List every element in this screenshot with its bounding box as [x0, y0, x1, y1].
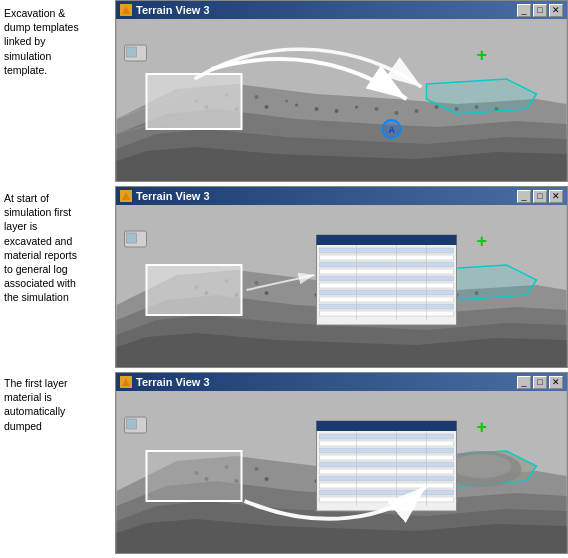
- svg-text:+: +: [477, 231, 488, 251]
- svg-point-88: [265, 477, 269, 481]
- svg-rect-62: [317, 235, 457, 245]
- titlebar-buttons-1: _ □ ✕: [517, 4, 563, 17]
- close-btn-1[interactable]: ✕: [549, 4, 563, 17]
- svg-rect-63: [320, 248, 454, 253]
- terrain-icon-3: [120, 376, 132, 388]
- svg-marker-0: [122, 6, 130, 14]
- svg-rect-104: [127, 419, 137, 429]
- terrain-content-2: + A: [116, 205, 567, 367]
- close-btn-3[interactable]: ✕: [549, 376, 563, 389]
- svg-rect-114: [320, 483, 454, 488]
- svg-rect-113: [320, 476, 454, 481]
- svg-point-43: [255, 281, 259, 285]
- terrain-content-3: + A: [116, 391, 567, 553]
- svg-point-17: [335, 109, 339, 113]
- svg-point-15: [295, 104, 298, 107]
- svg-rect-70: [320, 297, 454, 302]
- svg-text:+: +: [477, 45, 488, 65]
- label-section-2: At start ofsimulation firstlayer isexcav…: [0, 185, 115, 370]
- main-container: Excavation &dump templateslinked bysimul…: [0, 0, 568, 558]
- titlebar-3: Terrain View 3 _ □ ✕: [116, 373, 567, 391]
- terrain-window-3: Terrain View 3 _ □ ✕: [115, 372, 568, 554]
- terrain-icon-1: [120, 4, 132, 16]
- label-text-2: At start ofsimulation firstlayer isexcav…: [4, 191, 77, 304]
- svg-point-10: [255, 95, 259, 99]
- svg-rect-109: [320, 448, 454, 453]
- titlebar-buttons-3: _ □ ✕: [517, 376, 563, 389]
- svg-rect-96: [147, 451, 242, 501]
- titlebar-2: Terrain View 3 _ □ ✕: [116, 187, 567, 205]
- window-title-2: Terrain View 3: [136, 190, 210, 202]
- svg-rect-68: [320, 283, 454, 288]
- panels-column: Terrain View 3 _ □ ✕: [115, 0, 568, 558]
- svg-rect-107: [320, 434, 454, 439]
- svg-point-99: [452, 454, 512, 478]
- close-btn-2[interactable]: ✕: [549, 190, 563, 203]
- svg-rect-60: [127, 233, 137, 243]
- svg-point-85: [255, 467, 259, 471]
- svg-point-22: [435, 105, 439, 109]
- minimize-btn-1[interactable]: _: [517, 4, 531, 17]
- svg-rect-106: [317, 421, 457, 431]
- labels-column: Excavation &dump templateslinked bysimul…: [0, 0, 115, 558]
- svg-text:+: +: [477, 417, 488, 437]
- svg-rect-110: [320, 455, 454, 460]
- svg-point-21: [415, 109, 419, 113]
- terrain-scene-2: + A: [116, 205, 567, 367]
- svg-rect-72: [320, 311, 454, 316]
- svg-point-20: [395, 111, 399, 115]
- svg-rect-65: [320, 262, 454, 267]
- svg-rect-112: [320, 469, 454, 474]
- svg-rect-111: [320, 462, 454, 467]
- svg-marker-35: [122, 192, 130, 200]
- svg-point-46: [265, 291, 269, 295]
- terrain-content-1: + A: [116, 19, 567, 181]
- svg-rect-32: [127, 47, 137, 57]
- svg-rect-66: [320, 269, 454, 274]
- svg-rect-69: [320, 290, 454, 295]
- terrain-scene-3: + A: [116, 391, 567, 553]
- restore-btn-3[interactable]: □: [533, 376, 547, 389]
- svg-point-19: [375, 107, 379, 111]
- terrain-window-2: Terrain View 3 _ □ ✕: [115, 186, 568, 368]
- svg-rect-64: [320, 255, 454, 260]
- svg-rect-71: [320, 304, 454, 309]
- svg-rect-26: [147, 74, 242, 129]
- svg-rect-67: [320, 276, 454, 281]
- restore-btn-2[interactable]: □: [533, 190, 547, 203]
- label-section-3: The first layermaterial isautomaticallyd…: [0, 370, 115, 555]
- titlebar-left-1: Terrain View 3: [120, 4, 210, 16]
- svg-point-16: [315, 107, 319, 111]
- terrain-window-1: Terrain View 3 _ □ ✕: [115, 0, 568, 182]
- svg-point-11: [285, 100, 288, 103]
- svg-point-14: [265, 105, 269, 109]
- titlebar-buttons-2: _ □ ✕: [517, 190, 563, 203]
- minimize-btn-2[interactable]: _: [517, 190, 531, 203]
- svg-rect-108: [320, 441, 454, 446]
- titlebar-left-2: Terrain View 3: [120, 190, 210, 202]
- svg-rect-116: [320, 497, 454, 502]
- label-text-3: The first layermaterial isautomaticallyd…: [4, 376, 68, 433]
- titlebar-1: Terrain View 3 _ □ ✕: [116, 1, 567, 19]
- terrain-icon-2: [120, 190, 132, 202]
- restore-btn-1[interactable]: □: [533, 4, 547, 17]
- svg-rect-54: [147, 265, 242, 315]
- window-title-1: Terrain View 3: [136, 4, 210, 16]
- terrain-scene-1: + A: [116, 19, 567, 181]
- label-section-1: Excavation &dump templateslinked bysimul…: [0, 0, 115, 185]
- svg-point-18: [355, 106, 358, 109]
- label-text-1: Excavation &dump templateslinked bysimul…: [4, 6, 79, 77]
- svg-rect-115: [320, 490, 454, 495]
- svg-text:A: A: [389, 125, 396, 135]
- minimize-btn-3[interactable]: _: [517, 376, 531, 389]
- titlebar-left-3: Terrain View 3: [120, 376, 210, 388]
- window-title-3: Terrain View 3: [136, 376, 210, 388]
- svg-marker-77: [122, 378, 130, 386]
